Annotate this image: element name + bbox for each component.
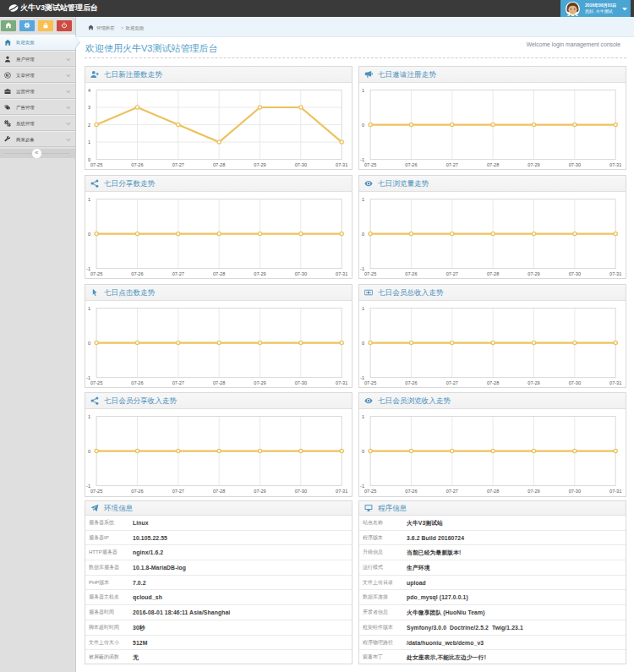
svg-text:07-31: 07-31 bbox=[336, 489, 347, 494]
svg-text:0: 0 bbox=[88, 157, 90, 162]
svg-text:07-26: 07-26 bbox=[405, 271, 417, 276]
svg-text:07-26: 07-26 bbox=[131, 380, 143, 385]
svg-text:07-26: 07-26 bbox=[405, 380, 417, 385]
svg-text:0: 0 bbox=[362, 341, 364, 346]
svg-text:0: 0 bbox=[362, 232, 364, 237]
svg-text:07-28: 07-28 bbox=[487, 380, 499, 385]
svg-text:-1: -1 bbox=[360, 484, 364, 489]
svg-text:07-27: 07-27 bbox=[446, 489, 458, 494]
svg-text:07-31: 07-31 bbox=[336, 162, 347, 167]
svg-text:07-30: 07-30 bbox=[295, 380, 307, 385]
svg-text:07-25: 07-25 bbox=[364, 380, 376, 385]
svg-text:07-28: 07-28 bbox=[213, 162, 225, 167]
svg-text:1: 1 bbox=[88, 139, 90, 145]
svg-text:0: 0 bbox=[362, 449, 364, 454]
svg-text:07-28: 07-28 bbox=[487, 271, 499, 276]
svg-text:07-26: 07-26 bbox=[131, 271, 143, 276]
svg-text:07-30: 07-30 bbox=[295, 271, 307, 276]
svg-text:2: 2 bbox=[88, 123, 90, 128]
svg-text:07-31: 07-31 bbox=[609, 271, 621, 276]
svg-text:0: 0 bbox=[362, 123, 364, 128]
svg-text:07-27: 07-27 bbox=[172, 162, 184, 167]
svg-text:07-30: 07-30 bbox=[569, 489, 581, 494]
svg-text:07-26: 07-26 bbox=[131, 162, 143, 167]
svg-text:07-31: 07-31 bbox=[336, 380, 347, 385]
svg-text:07-31: 07-31 bbox=[609, 489, 621, 494]
svg-text:07-31: 07-31 bbox=[609, 162, 621, 167]
svg-text:07-31: 07-31 bbox=[609, 380, 621, 385]
svg-text:07-28: 07-28 bbox=[487, 162, 499, 167]
svg-text:07-26: 07-26 bbox=[405, 162, 417, 167]
svg-text:-1: -1 bbox=[360, 375, 364, 380]
svg-text:4: 4 bbox=[88, 88, 90, 93]
svg-text:07-28: 07-28 bbox=[213, 489, 225, 494]
svg-text:1: 1 bbox=[362, 306, 364, 311]
svg-text:3: 3 bbox=[88, 105, 90, 110]
svg-text:07-27: 07-27 bbox=[446, 162, 458, 167]
svg-text:1: 1 bbox=[88, 414, 90, 419]
svg-text:07-31: 07-31 bbox=[336, 271, 347, 276]
svg-text:07-28: 07-28 bbox=[487, 489, 499, 494]
svg-text:1: 1 bbox=[362, 414, 364, 419]
svg-text:07-29: 07-29 bbox=[254, 489, 265, 494]
svg-text:07-30: 07-30 bbox=[569, 271, 581, 276]
svg-text:07-25: 07-25 bbox=[90, 489, 102, 494]
svg-text:07-25: 07-25 bbox=[90, 271, 102, 276]
svg-text:1: 1 bbox=[362, 197, 364, 202]
svg-text:07-27: 07-27 bbox=[172, 271, 184, 276]
svg-text:07-29: 07-29 bbox=[527, 162, 539, 167]
svg-text:07-30: 07-30 bbox=[569, 380, 581, 385]
svg-text:07-25: 07-25 bbox=[364, 162, 376, 167]
svg-text:-1: -1 bbox=[360, 266, 364, 271]
svg-text:1: 1 bbox=[88, 197, 90, 202]
svg-text:07-28: 07-28 bbox=[213, 271, 225, 276]
svg-text:-1: -1 bbox=[86, 375, 90, 380]
svg-text:-1: -1 bbox=[86, 266, 90, 271]
svg-text:07-29: 07-29 bbox=[527, 489, 539, 494]
svg-text:0: 0 bbox=[88, 449, 90, 454]
svg-text:07-30: 07-30 bbox=[569, 162, 581, 167]
svg-text:1: 1 bbox=[88, 306, 90, 311]
svg-text:0: 0 bbox=[88, 341, 90, 346]
svg-text:07-27: 07-27 bbox=[172, 489, 184, 494]
svg-text:07-27: 07-27 bbox=[172, 380, 184, 385]
svg-text:07-25: 07-25 bbox=[90, 162, 102, 167]
svg-text:1: 1 bbox=[362, 88, 364, 93]
svg-text:07-27: 07-27 bbox=[446, 380, 458, 385]
svg-text:-1: -1 bbox=[360, 157, 364, 162]
svg-text:07-30: 07-30 bbox=[295, 489, 307, 494]
svg-text:07-27: 07-27 bbox=[446, 271, 458, 276]
svg-text:07-25: 07-25 bbox=[364, 271, 376, 276]
svg-text:07-29: 07-29 bbox=[254, 271, 265, 276]
svg-text:07-29: 07-29 bbox=[254, 162, 265, 167]
svg-text:07-29: 07-29 bbox=[527, 271, 539, 276]
svg-text:-1: -1 bbox=[86, 484, 90, 489]
svg-text:07-25: 07-25 bbox=[90, 380, 102, 385]
svg-text:07-29: 07-29 bbox=[527, 380, 539, 385]
svg-text:07-26: 07-26 bbox=[405, 489, 417, 494]
svg-text:07-25: 07-25 bbox=[364, 489, 376, 494]
svg-text:0: 0 bbox=[88, 232, 90, 237]
svg-text:07-30: 07-30 bbox=[295, 162, 307, 167]
svg-text:07-29: 07-29 bbox=[254, 380, 265, 385]
svg-text:07-26: 07-26 bbox=[131, 489, 143, 494]
svg-text:07-28: 07-28 bbox=[213, 380, 225, 385]
